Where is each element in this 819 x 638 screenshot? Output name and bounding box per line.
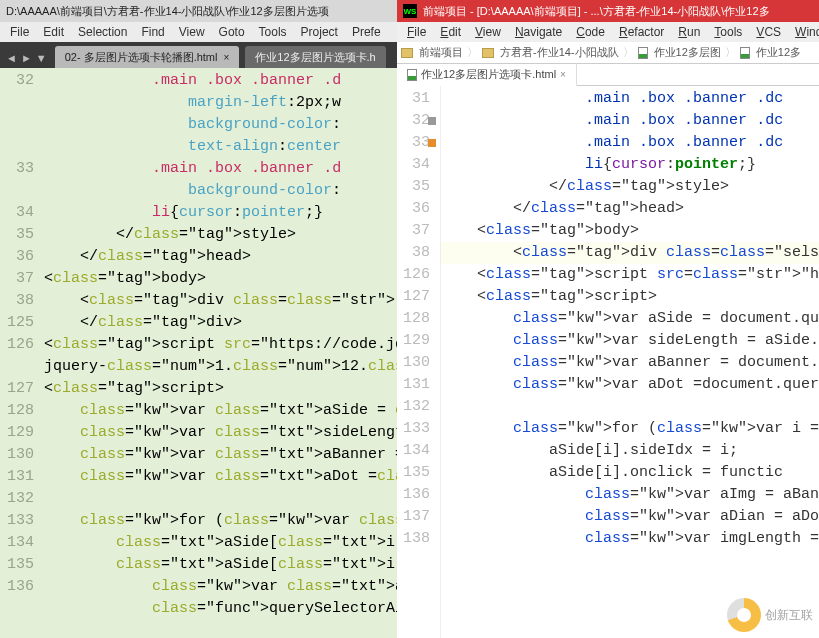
- editor-tab[interactable]: 作业12多层图片选项卡.html ×: [397, 63, 577, 86]
- webstorm-menubar[interactable]: FileEditViewNavigateCodeRefactorRunTools…: [397, 22, 819, 42]
- code-line[interactable]: class="kw">var aDian = aDot[this.: [441, 506, 819, 528]
- code-line[interactable]: </class="tag">style>: [441, 176, 819, 198]
- menu-item[interactable]: Tools: [253, 23, 293, 41]
- menu-item[interactable]: Code: [570, 23, 611, 41]
- tab-label: 作业12多层图片选项卡.html: [421, 67, 556, 82]
- webstorm-pane: WS 前端项目 - [D:\AAAAA\前端项目] - ...\方君君-作业14…: [397, 0, 819, 638]
- code-line[interactable]: li{cursor:pointer;}: [44, 202, 397, 224]
- crumb[interactable]: 作业12多层图: [654, 45, 721, 60]
- code-line[interactable]: [44, 488, 397, 510]
- crumb[interactable]: 前端项目: [419, 45, 463, 60]
- menu-item[interactable]: Find: [135, 23, 170, 41]
- code-line[interactable]: <class="tag">script>: [44, 378, 397, 400]
- code-line[interactable]: aSide[i].sideIdx = i;: [441, 440, 819, 462]
- menu-item[interactable]: Tools: [708, 23, 748, 41]
- code-line[interactable]: </class="tag">head>: [441, 198, 819, 220]
- code-line[interactable]: class="kw">var aImg = aBanner[thi: [441, 484, 819, 506]
- code-line[interactable]: class="kw">var aBanner = document.queryS…: [441, 352, 819, 374]
- menu-item[interactable]: File: [401, 23, 432, 41]
- tab-next-icon[interactable]: ►: [21, 52, 32, 64]
- close-icon[interactable]: ×: [560, 69, 566, 80]
- menu-item[interactable]: Selection: [72, 23, 133, 41]
- code-line[interactable]: .main .box .banner .dc: [441, 88, 819, 110]
- menu-item[interactable]: Refactor: [613, 23, 670, 41]
- tab-prev-icon[interactable]: ◄: [6, 52, 17, 64]
- folder-icon: [482, 48, 494, 58]
- code-line[interactable]: </class="tag">div>: [44, 312, 397, 334]
- menu-item[interactable]: Run: [672, 23, 706, 41]
- code-line[interactable]: </class="tag">style>: [44, 224, 397, 246]
- sublime-editor[interactable]: 3233343536373812512612712812913013113213…: [0, 68, 397, 638]
- code-line[interactable]: li{cursor:pointer;}: [441, 154, 819, 176]
- menu-item[interactable]: Edit: [37, 23, 70, 41]
- title-path: D:\AAAAA\前端项目\方君君-作业14-小阳战队\作业12多层图片选项: [6, 4, 329, 19]
- code-line[interactable]: [441, 396, 819, 418]
- code-line[interactable]: .main .box .banner .d: [44, 158, 397, 180]
- code-line[interactable]: <class="tag">script src=class="str">"htt…: [441, 264, 819, 286]
- sublime-pane: D:\AAAAA\前端项目\方君君-作业14-小阳战队\作业12多层图片选项 F…: [0, 0, 397, 638]
- code-line[interactable]: class="kw">var sideLength = aSide.length…: [441, 330, 819, 352]
- menu-item[interactable]: Prefe: [346, 23, 387, 41]
- menu-item[interactable]: Edit: [434, 23, 467, 41]
- code-area[interactable]: .main .box .banner .dc .main .box .banne…: [441, 86, 819, 638]
- tab-menu-icon[interactable]: ▼: [36, 52, 47, 64]
- gutter-mark-icon[interactable]: [428, 139, 436, 147]
- code-line[interactable]: <class="tag">script>: [441, 286, 819, 308]
- editor-tab[interactable]: 02- 多层图片选项卡轮播图.html ×: [55, 46, 240, 68]
- sublime-titlebar[interactable]: D:\AAAAA\前端项目\方君君-作业14-小阳战队\作业12多层图片选项: [0, 0, 397, 22]
- code-line[interactable]: jquery-class="num">1.class="num">12.clas…: [44, 356, 397, 378]
- code-line[interactable]: <class="tag">body>: [44, 268, 397, 290]
- code-area[interactable]: .main .box .banner .d margin-left:2px;w …: [44, 68, 397, 638]
- code-line[interactable]: class="func">querySelectorAll(": [44, 598, 397, 620]
- code-line[interactable]: .main .box .banner .d: [44, 70, 397, 92]
- code-line[interactable]: class="kw">var aDot =document.querySelec…: [441, 374, 819, 396]
- code-line[interactable]: <class="tag">div class=class="selstr">"m…: [441, 242, 819, 264]
- menu-item[interactable]: Goto: [213, 23, 251, 41]
- crumb[interactable]: 作业12多: [756, 45, 801, 60]
- code-line[interactable]: class="txt">aSide[class="txt">i].onclick…: [44, 554, 397, 576]
- code-line[interactable]: text-align:center: [44, 136, 397, 158]
- code-line[interactable]: aSide[i].onclick = functic: [441, 462, 819, 484]
- line-gutter: 3233343536373812512612712812913013113213…: [0, 68, 44, 638]
- webstorm-titlebar[interactable]: WS 前端项目 - [D:\AAAAA\前端项目] - ...\方君君-作业14…: [397, 0, 819, 22]
- menu-item[interactable]: Project: [295, 23, 344, 41]
- code-line[interactable]: class="kw">var aSide = document.querySel…: [441, 308, 819, 330]
- close-icon[interactable]: ×: [223, 52, 229, 63]
- code-line[interactable]: class="kw">var class="txt">sideLength = …: [44, 422, 397, 444]
- tab-arrows[interactable]: ◄ ► ▼: [4, 48, 49, 68]
- code-line[interactable]: .main .box .banner .dc: [441, 110, 819, 132]
- menu-item[interactable]: Wind: [789, 23, 819, 41]
- code-line[interactable]: background-color:: [44, 180, 397, 202]
- sublime-menubar[interactable]: FileEditSelectionFindViewGotoToolsProjec…: [0, 22, 397, 42]
- menu-item[interactable]: View: [469, 23, 507, 41]
- title-path: 前端项目 - [D:\AAAAA\前端项目] - ...\方君君-作业14-小阳…: [423, 4, 770, 19]
- code-line[interactable]: class="kw">var class="txt">aImg = class=…: [44, 576, 397, 598]
- webstorm-tabstrip[interactable]: 作业12多层图片选项卡.html ×: [397, 64, 819, 86]
- code-line[interactable]: class="kw">var imgLength = aDian.: [441, 528, 819, 550]
- code-line[interactable]: class="kw">for (class="kw">var class="tx…: [44, 510, 397, 532]
- code-line[interactable]: class="kw">var class="txt">aBanner = cla…: [44, 444, 397, 466]
- breadcrumb[interactable]: 前端项目〉 方君君-作业14-小阳战队〉 作业12多层图〉 作业12多: [397, 42, 819, 64]
- webstorm-editor[interactable]: 3132333435363738126127128129130131132133…: [397, 86, 819, 638]
- code-line[interactable]: class="kw">var class="txt">aSide = class…: [44, 400, 397, 422]
- code-line[interactable]: class="kw">var class="txt">aDot =class="…: [44, 466, 397, 488]
- code-line[interactable]: <class="tag">body>: [441, 220, 819, 242]
- code-line[interactable]: </class="tag">head>: [44, 246, 397, 268]
- menu-item[interactable]: VCS: [750, 23, 787, 41]
- code-line[interactable]: class="kw">for (class="kw">var i = class…: [441, 418, 819, 440]
- sublime-tabstrip[interactable]: ◄ ► ▼ 02- 多层图片选项卡轮播图.html × 作业12多层图片选项卡.…: [0, 42, 397, 68]
- menu-item[interactable]: View: [173, 23, 211, 41]
- code-line[interactable]: .main .box .banner .dc: [441, 132, 819, 154]
- code-line[interactable]: class="txt">aSide[class="txt">i].sideIdx…: [44, 532, 397, 554]
- watermark-text: 创新互联: [765, 604, 813, 626]
- line-gutter: 3132333435363738126127128129130131132133…: [397, 86, 441, 638]
- crumb[interactable]: 方君君-作业14-小阳战队: [500, 45, 619, 60]
- editor-tab[interactable]: 作业12多层图片选项卡.h: [245, 46, 385, 68]
- code-line[interactable]: margin-left:2px;w: [44, 92, 397, 114]
- menu-item[interactable]: File: [4, 23, 35, 41]
- code-line[interactable]: <class="tag">div class=class="str">"main…: [44, 290, 397, 312]
- code-line[interactable]: <class="tag">script src="https://code.jq…: [44, 334, 397, 356]
- menu-item[interactable]: Navigate: [509, 23, 568, 41]
- gutter-mark-icon[interactable]: [428, 117, 436, 125]
- code-line[interactable]: background-color:: [44, 114, 397, 136]
